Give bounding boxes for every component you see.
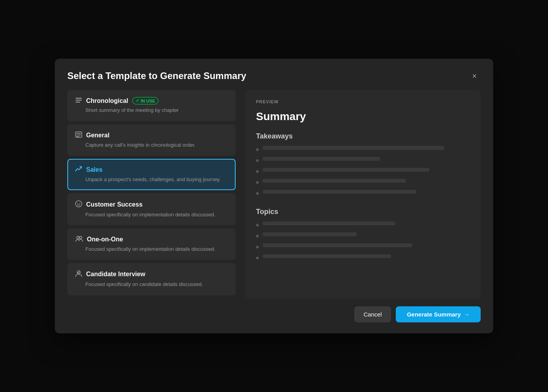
svg-point-10	[77, 236, 79, 239]
bullet-dot	[256, 148, 259, 151]
placeholder-bar	[263, 221, 395, 225]
template-desc-customer-success: Focused specifically on implementation d…	[75, 211, 228, 218]
template-desc-candidate-interview: Focused specifically on candidate detail…	[75, 281, 228, 288]
bullet-dot	[256, 181, 259, 184]
topic-line-2	[256, 232, 470, 239]
generate-label: Generate Summary	[407, 311, 461, 318]
bullet-dot	[256, 257, 259, 259]
placeholder-bar	[263, 232, 357, 236]
preview-section-takeaways: Takeaways	[256, 132, 470, 197]
template-name-chronological: Chronological	[86, 97, 128, 104]
preview-panel: PREVIEW Summary Takeaways	[245, 90, 481, 298]
close-button[interactable]: ×	[468, 70, 481, 82]
placeholder-bar	[263, 243, 412, 247]
customer-success-icon	[75, 200, 82, 209]
modal-body: Chronological✓IN USEShort summary of the…	[55, 90, 493, 298]
chronological-icon	[75, 97, 82, 104]
bullet-dot	[256, 235, 259, 237]
svg-line-14	[78, 272, 80, 273]
template-name-customer-success: Customer Success	[86, 201, 142, 208]
modal-footer: Cancel Generate Summary →	[55, 298, 493, 333]
generate-arrow-icon: →	[464, 311, 470, 318]
svg-point-8	[78, 203, 78, 204]
placeholder-bar	[263, 168, 429, 172]
preview-section-topics-title: Topics	[256, 208, 470, 216]
bullet-dot	[256, 192, 259, 195]
generate-summary-button[interactable]: Generate Summary →	[396, 306, 481, 322]
template-item-candidate-interview[interactable]: Candidate InterviewFocused specifically …	[67, 263, 236, 295]
template-name-candidate-interview: Candidate Interview	[86, 271, 145, 278]
svg-point-11	[79, 236, 82, 239]
preview-label: PREVIEW	[256, 99, 470, 104]
general-icon	[75, 131, 82, 139]
candidate-interview-icon	[75, 270, 82, 279]
template-name-general: General	[86, 132, 110, 139]
template-desc-sales: Unpack a prospect's needs, challenges, a…	[75, 176, 228, 183]
preview-section-topics: Topics	[256, 208, 470, 261]
modal-container: Select a Template to Generate Summary × …	[55, 59, 493, 333]
takeaway-line-4	[256, 179, 470, 186]
bullet-dot	[256, 159, 259, 162]
template-desc-chronological: Short summary of the meeting by chapter	[75, 107, 228, 114]
template-item-chronological[interactable]: Chronological✓IN USEShort summary of the…	[67, 90, 236, 121]
modal-title: Select a Template to Generate Summary	[67, 70, 246, 81]
takeaway-line-2	[256, 157, 470, 164]
takeaway-line-1	[256, 146, 470, 153]
placeholder-bar	[263, 157, 380, 161]
takeaway-line-3	[256, 168, 470, 175]
modal-header: Select a Template to Generate Summary ×	[55, 59, 493, 90]
template-desc-general: Capture any call's insights in chronolog…	[75, 142, 228, 149]
template-list: Chronological✓IN USEShort summary of the…	[67, 90, 236, 298]
template-name-sales: Sales	[86, 166, 103, 173]
cancel-button[interactable]: Cancel	[354, 306, 391, 322]
preview-section-takeaways-title: Takeaways	[256, 132, 470, 140]
template-item-customer-success[interactable]: Customer SuccessFocused specifically on …	[67, 193, 236, 225]
template-item-general[interactable]: GeneralCapture any call's insights in ch…	[67, 124, 236, 156]
bullet-dot	[256, 246, 259, 248]
template-item-one-on-one[interactable]: One-on-OneFocused specifically on implem…	[67, 228, 236, 260]
one-on-one-icon	[75, 236, 83, 243]
template-desc-one-on-one: Focused specifically on implementation d…	[75, 246, 228, 253]
template-item-sales[interactable]: SalesUnpack a prospect's needs, challeng…	[67, 159, 236, 190]
topic-line-3	[256, 243, 470, 250]
template-name-one-on-one: One-on-One	[87, 236, 123, 243]
placeholder-bar	[263, 254, 391, 258]
bullet-dot	[256, 170, 259, 173]
bullet-dot	[256, 224, 259, 227]
in-use-badge: ✓IN USE	[132, 97, 159, 104]
placeholder-bar	[263, 190, 416, 194]
takeaway-line-5	[256, 190, 470, 197]
in-use-check-icon: ✓	[136, 98, 139, 103]
topic-line-1	[256, 221, 470, 228]
placeholder-bar	[263, 146, 444, 150]
svg-point-7	[76, 201, 82, 207]
preview-title: Summary	[256, 110, 470, 123]
topic-line-4	[256, 254, 470, 261]
modal-overlay: Select a Template to Generate Summary × …	[0, 0, 548, 392]
sales-icon	[75, 166, 82, 174]
placeholder-bar	[263, 179, 406, 183]
svg-point-9	[79, 203, 80, 204]
